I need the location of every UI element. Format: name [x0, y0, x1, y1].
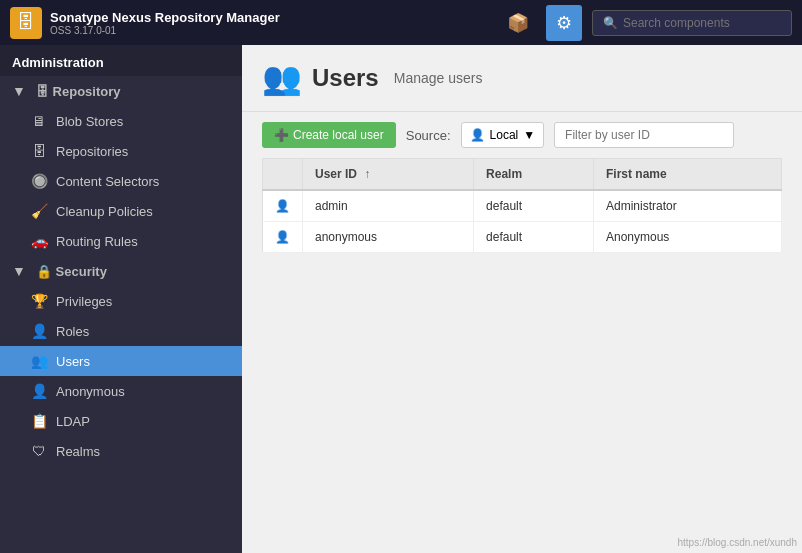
page-header: 👥 Users Manage users — [242, 45, 802, 112]
search-input[interactable] — [623, 16, 781, 30]
app-subtitle: OSS 3.17.0-01 — [50, 25, 280, 36]
row-icon: 👤 — [263, 190, 303, 222]
sidebar-item-ldap-label: LDAP — [56, 414, 90, 429]
sidebar-item-repository[interactable]: ▼ 🗄 Repository — [0, 76, 242, 106]
row-realm: default — [474, 190, 594, 222]
sidebar-item-repositories-label: Repositories — [56, 144, 128, 159]
repository-icon: ▼ — [10, 83, 28, 99]
security-section-icon: ▼ — [10, 263, 28, 279]
source-dropdown-icon: ▼ — [523, 128, 535, 142]
row-first-name: Anonymous — [593, 222, 781, 253]
row-icon: 👤 — [263, 222, 303, 253]
sidebar-item-cleanup-policies-label: Cleanup Policies — [56, 204, 153, 219]
routing-rules-icon: 🚗 — [30, 233, 48, 249]
row-user-id: admin — [303, 190, 474, 222]
realms-icon: 🛡 — [30, 443, 48, 459]
users-table: User ID ↑ Realm First name 👤 admin defau… — [262, 158, 782, 253]
app-logo: 🗄 Sonatype Nexus Repository Manager OSS … — [10, 7, 280, 39]
table-col-realm[interactable]: Realm — [474, 159, 594, 191]
sidebar-item-users-label: Users — [56, 354, 90, 369]
sidebar: Administration ▼ 🗄 Repository 🖥 Blob Sto… — [0, 45, 242, 553]
app-title: Sonatype Nexus Repository Manager — [50, 10, 280, 25]
watermark: https://blog.csdn.net/xundh — [677, 537, 797, 548]
sidebar-item-cleanup-policies[interactable]: 🧹 Cleanup Policies — [0, 196, 242, 226]
sidebar-item-repository-label: 🗄 Repository — [36, 84, 121, 99]
box-icon-btn[interactable]: 📦 — [500, 5, 536, 41]
repositories-icon: 🗄 — [30, 143, 48, 159]
table-row[interactable]: 👤 anonymous default Anonymous — [263, 222, 782, 253]
table-col-icon — [263, 159, 303, 191]
row-first-name: Administrator — [593, 190, 781, 222]
page-subtitle: Manage users — [394, 70, 483, 86]
table-col-first-name[interactable]: First name — [593, 159, 781, 191]
sidebar-item-security[interactable]: ▼ 🔒 Security — [0, 256, 242, 286]
table-row[interactable]: 👤 admin default Administrator — [263, 190, 782, 222]
source-select-icon: 👤 — [470, 128, 485, 142]
page-title: Users — [312, 64, 379, 92]
sidebar-item-users[interactable]: 👥 Users — [0, 346, 242, 376]
table-col-user-id[interactable]: User ID ↑ — [303, 159, 474, 191]
source-select-value: Local — [490, 128, 519, 142]
roles-icon: 👤 — [30, 323, 48, 339]
search-icon: 🔍 — [603, 16, 618, 30]
top-header: 🗄 Sonatype Nexus Repository Manager OSS … — [0, 0, 802, 45]
sidebar-section-title: Administration — [0, 45, 242, 76]
source-select[interactable]: 👤 Local ▼ — [461, 122, 545, 148]
sidebar-item-roles-label: Roles — [56, 324, 89, 339]
app-title-block: Sonatype Nexus Repository Manager OSS 3.… — [50, 10, 280, 36]
ldap-icon: 📋 — [30, 413, 48, 429]
sort-arrow-icon: ↑ — [364, 167, 370, 181]
sidebar-item-blob-stores-label: Blob Stores — [56, 114, 123, 129]
table-header-row: User ID ↑ Realm First name — [263, 159, 782, 191]
privileges-icon: 🏆 — [30, 293, 48, 309]
row-realm: default — [474, 222, 594, 253]
settings-icon-btn[interactable]: ⚙ — [546, 5, 582, 41]
page-header-icon: 👥 — [262, 59, 302, 97]
create-button-label: Create local user — [293, 128, 384, 142]
sidebar-item-ldap[interactable]: 📋 LDAP — [0, 406, 242, 436]
sidebar-item-repositories[interactable]: 🗄 Repositories — [0, 136, 242, 166]
sidebar-item-routing-rules[interactable]: 🚗 Routing Rules — [0, 226, 242, 256]
sidebar-item-anonymous-label: Anonymous — [56, 384, 125, 399]
cleanup-policies-icon: 🧹 — [30, 203, 48, 219]
sidebar-item-security-label: 🔒 Security — [36, 264, 107, 279]
sidebar-item-routing-rules-label: Routing Rules — [56, 234, 138, 249]
users-icon: 👥 — [30, 353, 48, 369]
sidebar-item-content-selectors-label: Content Selectors — [56, 174, 159, 189]
sidebar-item-anonymous[interactable]: 👤 Anonymous — [0, 376, 242, 406]
row-user-id: anonymous — [303, 222, 474, 253]
anonymous-icon: 👤 — [30, 383, 48, 399]
sidebar-item-roles[interactable]: 👤 Roles — [0, 316, 242, 346]
create-local-user-button[interactable]: ➕ Create local user — [262, 122, 396, 148]
source-label: Source: — [406, 128, 451, 143]
sidebar-item-blob-stores[interactable]: 🖥 Blob Stores — [0, 106, 242, 136]
sidebar-item-realms[interactable]: 🛡 Realms — [0, 436, 242, 466]
content-selectors-icon: 🔘 — [30, 173, 48, 189]
app-logo-icon: 🗄 — [10, 7, 42, 39]
sidebar-item-content-selectors[interactable]: 🔘 Content Selectors — [0, 166, 242, 196]
sidebar-item-realms-label: Realms — [56, 444, 100, 459]
create-plus-icon: ➕ — [274, 128, 289, 142]
main-layout: Administration ▼ 🗄 Repository 🖥 Blob Sto… — [0, 45, 802, 553]
sidebar-item-privileges-label: Privileges — [56, 294, 112, 309]
toolbar: ➕ Create local user Source: 👤 Local ▼ — [242, 112, 802, 158]
content-area: 👥 Users Manage users ➕ Create local user… — [242, 45, 802, 553]
search-bar: 🔍 — [592, 10, 792, 36]
filter-input[interactable] — [554, 122, 734, 148]
blob-stores-icon: 🖥 — [30, 113, 48, 129]
sidebar-item-privileges[interactable]: 🏆 Privileges — [0, 286, 242, 316]
